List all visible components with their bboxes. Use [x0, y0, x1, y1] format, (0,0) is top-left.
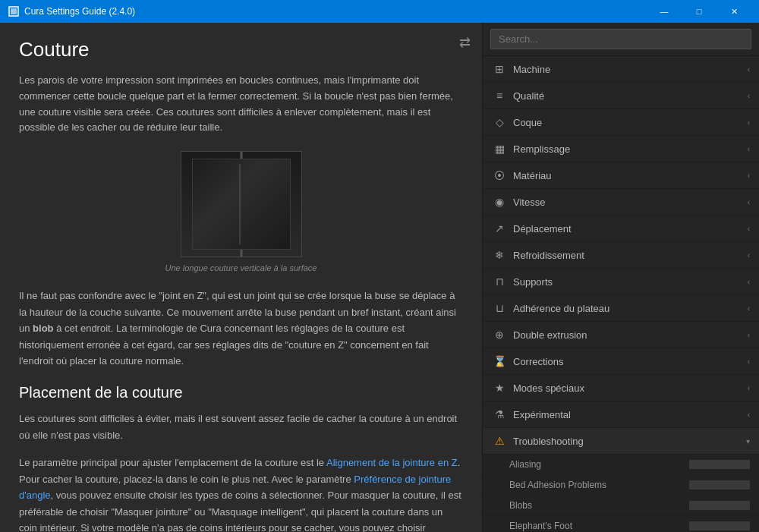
body-text-2: Les coutures sont difficiles à éviter, m…: [19, 411, 463, 443]
nav-label-qualite: Qualité: [513, 90, 748, 102]
icon-quality: ≡: [492, 88, 507, 103]
icon-dual: ⊕: [492, 327, 507, 342]
icon-correction: ⌛: [492, 354, 507, 369]
svg-rect-1: [11, 8, 17, 14]
chevron-materiau: ‹: [748, 172, 750, 180]
sidebar-item-deplacement[interactable]: ↗ Déplacement ‹: [483, 216, 759, 242]
icon-experimental: ⚗: [492, 407, 507, 422]
sidebar-item-refroidissement[interactable]: ❄ Refroidissement ‹: [483, 242, 759, 269]
content-panel: ⇄ Couture Les parois de votre impression…: [0, 23, 482, 532]
app-title: Cura Settings Guide (2.4.0): [24, 6, 647, 17]
submenu-label-bed-adhesion: Bed Adhesion Problems: [509, 480, 606, 490]
nav-label-experimental: Expérimental: [513, 409, 748, 420]
body-text-3: Le paramètre principal pour ajuster l'em…: [19, 455, 463, 532]
icon-adhesion: ⊔: [492, 301, 507, 316]
sidebar-item-remplissage[interactable]: ▦ Remplissage ‹: [483, 136, 759, 162]
nav-label-remplissage: Remplissage: [513, 143, 748, 155]
submenu-item-elephants-foot[interactable]: Elephant's Foot: [483, 516, 759, 532]
link-preference[interactable]: Préférence de jointure d'angle: [19, 474, 451, 501]
maximize-button[interactable]: □: [682, 0, 716, 23]
titlebar: Cura Settings Guide (2.4.0) — □ ✕: [0, 0, 759, 23]
nav-label-modes: Modes spéciaux: [513, 382, 748, 394]
sidebar-item-materiau[interactable]: ⦿ Matériau ‹: [483, 162, 759, 189]
chevron-corrections: ‹: [748, 357, 750, 366]
sidebar-item-corrections[interactable]: ⌛ Corrections ‹: [483, 348, 759, 375]
nav-label-deplacement: Déplacement: [513, 223, 748, 235]
chevron-remplissage: ‹: [748, 145, 750, 153]
app-icon: [8, 5, 20, 17]
sidebar-item-supports[interactable]: ⊓ Supports ‹: [483, 269, 759, 295]
icon-cooling: ❄: [492, 247, 507, 263]
submenu-bar-aliasing: [689, 460, 750, 469]
chevron-adherence: ‹: [748, 304, 750, 313]
nav-label-machine: Machine: [513, 64, 748, 75]
sidebar-item-coque[interactable]: ◇ Coque ‹: [483, 109, 759, 136]
seam-image-container: Une longue couture verticale à la surfac…: [165, 151, 317, 272]
submenu-bar-bed-adhesion: [689, 480, 750, 490]
nav-label-double: Double extrusion: [513, 329, 748, 341]
window-controls: — □ ✕: [647, 0, 751, 23]
submenu-item-bed-adhesion[interactable]: Bed Adhesion Problems: [483, 475, 759, 496]
submenu-label-aliasing: Aliasing: [509, 459, 541, 470]
chevron-coque: ‹: [748, 118, 750, 127]
link-alignement[interactable]: Alignement de la jointure en Z: [326, 457, 458, 468]
chevron-vitesse: ‹: [748, 198, 750, 206]
seam-image: [181, 151, 302, 257]
sidebar-item-qualite[interactable]: ≡ Qualité ‹: [483, 83, 759, 109]
nav-label-troubleshooting: Troubleshooting: [513, 436, 746, 447]
translate-icon[interactable]: ⇄: [459, 34, 471, 51]
minimize-button[interactable]: —: [647, 0, 682, 23]
search-bar: [483, 23, 759, 56]
icon-support: ⊓: [492, 274, 507, 289]
nav-list: ⊞ Machine ‹ ≡ Qualité ‹ ◇ Coque ‹ ▦ Remp…: [483, 56, 759, 532]
body-text-1: Il ne faut pas confondre avec le "joint …: [19, 288, 463, 369]
close-button[interactable]: ✕: [716, 0, 751, 23]
chevron-qualite: ‹: [748, 92, 750, 100]
chevron-troubleshooting: ▾: [746, 437, 750, 445]
nav-label-corrections: Corrections: [513, 356, 748, 367]
submenu-label-elephants-foot: Elephant's Foot: [509, 521, 572, 531]
sidebar-item-vitesse[interactable]: ◉ Vitesse ‹: [483, 189, 759, 216]
chevron-experimental: ‹: [748, 411, 750, 419]
chevron-supports: ‹: [748, 278, 750, 286]
submenu-label-blobs: Blobs: [509, 500, 532, 511]
icon-shell: ◇: [492, 115, 507, 130]
image-caption: Une longue couture verticale à la surfac…: [165, 263, 317, 272]
icon-speed: ◉: [492, 194, 507, 209]
nav-label-vitesse: Vitesse: [513, 197, 748, 208]
section-title: Placement de la couture: [19, 384, 463, 401]
nav-label-refroidissement: Refroidissement: [513, 250, 748, 261]
page-title: Couture: [19, 38, 463, 61]
nav-label-coque: Coque: [513, 117, 748, 128]
icon-material: ⦿: [492, 168, 507, 183]
icon-travel: ↗: [492, 221, 507, 236]
intro-paragraph: Les parois de votre impression sont impr…: [19, 73, 463, 136]
submenu-item-aliasing[interactable]: Aliasing: [483, 455, 759, 475]
chevron-double: ‹: [748, 331, 750, 339]
nav-label-materiau: Matériau: [513, 170, 748, 181]
chevron-refroidissement: ‹: [748, 251, 750, 260]
nav-label-supports: Supports: [513, 276, 748, 288]
sidebar: ⊞ Machine ‹ ≡ Qualité ‹ ◇ Coque ‹ ▦ Remp…: [482, 23, 759, 532]
seam-image-inner: [192, 159, 291, 250]
icon-fill: ▦: [492, 141, 507, 156]
chevron-modes: ‹: [748, 384, 750, 392]
sidebar-item-modes[interactable]: ★ Modes spéciaux ‹: [483, 375, 759, 401]
submenu-bar-blobs: [689, 501, 750, 510]
chevron-machine: ‹: [748, 65, 750, 74]
search-input[interactable]: [490, 29, 751, 49]
submenu-item-blobs[interactable]: Blobs: [483, 496, 759, 516]
icon-trouble: ⚠: [492, 433, 507, 449]
nav-label-adherence: Adhérence du plateau: [513, 303, 748, 314]
sidebar-item-machine[interactable]: ⊞ Machine ‹: [483, 56, 759, 83]
chevron-deplacement: ‹: [748, 225, 750, 233]
sidebar-item-troubleshooting[interactable]: ⚠ Troubleshooting ▾: [483, 428, 759, 455]
icon-special: ★: [492, 380, 507, 395]
sidebar-item-experimental[interactable]: ⚗ Expérimental ‹: [483, 401, 759, 428]
main-container: ⇄ Couture Les parois de votre impression…: [0, 23, 759, 532]
icon-machine: ⊞: [492, 61, 507, 77]
submenu-troubleshooting: Aliasing Bed Adhesion Problems Blobs Ele…: [483, 455, 759, 532]
sidebar-item-adherence[interactable]: ⊔ Adhérence du plateau ‹: [483, 295, 759, 322]
sidebar-item-double[interactable]: ⊕ Double extrusion ‹: [483, 322, 759, 348]
submenu-bar-elephants-foot: [689, 521, 750, 530]
